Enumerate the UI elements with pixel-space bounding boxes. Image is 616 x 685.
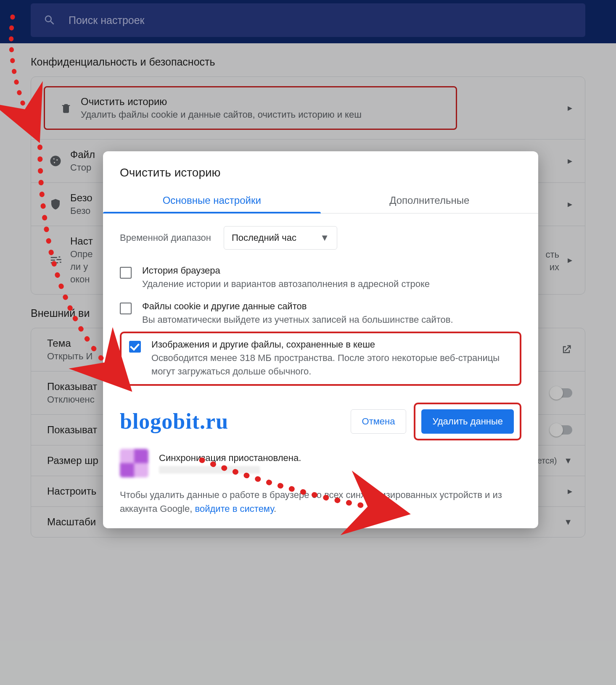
cancel-button[interactable]: Отмена	[351, 409, 407, 434]
history-checkbox-row[interactable]: История браузера Удаление истории и вари…	[120, 260, 521, 296]
dropdown-icon: ▼	[320, 232, 329, 243]
dialog-tabs: Основные настройки Дополнительные	[103, 188, 538, 213]
dialog-title: Очистить историю	[103, 151, 538, 188]
sign-in-note: Чтобы удалить данные о работе в браузере…	[103, 482, 538, 516]
blurred-text	[159, 466, 260, 474]
clear-data-button[interactable]: Удалить данные	[421, 409, 514, 434]
cookies-checkbox-row[interactable]: Файлы cookie и другие данные сайтов Вы а…	[120, 296, 521, 332]
cookies-checkbox[interactable]	[120, 303, 132, 314]
clear-history-dialog: Очистить историю Основные настройки Допо…	[103, 151, 538, 528]
cache-checkbox[interactable]	[129, 341, 141, 353]
history-checkbox[interactable]	[120, 267, 132, 279]
avatar	[120, 449, 148, 477]
tab-advanced[interactable]: Дополнительные	[321, 188, 539, 213]
clear-button-highlight: Удалить данные	[414, 403, 521, 440]
time-range-select[interactable]: Последний час ▼	[224, 226, 337, 250]
sign-in-link[interactable]: войдите в систему	[195, 503, 274, 514]
cache-highlight: Изображения и другие файлы, сохраненные …	[120, 332, 521, 386]
time-range-label: Временной диапазон	[120, 232, 211, 243]
sync-row: Синхронизация приостановлена.	[103, 440, 538, 482]
tab-basic[interactable]: Основные настройки	[103, 188, 321, 213]
watermark: blogobit.ru	[120, 409, 343, 434]
